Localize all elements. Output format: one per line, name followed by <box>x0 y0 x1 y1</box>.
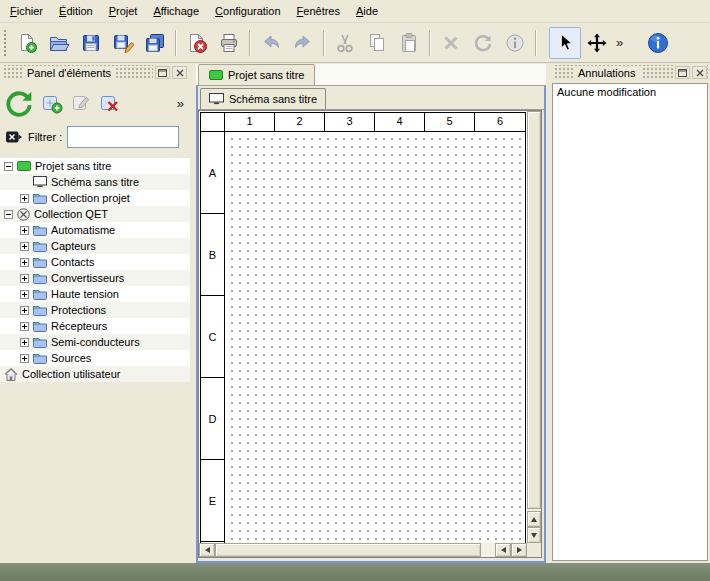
menu-bar: Fichier Édition Projet Affichage Configu… <box>0 0 710 23</box>
scroll-right-button[interactable] <box>511 543 527 557</box>
menu-fichier[interactable]: Fichier <box>2 2 51 20</box>
tree-item-label: Collection projet <box>51 192 130 204</box>
hscroll-thumb[interactable] <box>215 543 481 557</box>
filter-input[interactable] <box>67 126 179 148</box>
menu-fenetres[interactable]: Fenêtres <box>289 2 348 20</box>
new-element-icon <box>41 92 63 114</box>
undo-panel-titlebar[interactable]: Annulations <box>553 65 708 80</box>
delete-element-icon <box>99 92 121 114</box>
tree-item-haute-tension[interactable]: Haute tension <box>0 286 190 302</box>
panel-overflow-chevron[interactable]: » <box>177 96 184 111</box>
tree-item-sources[interactable]: Sources <box>0 350 190 366</box>
toolbar-overflow-chevron[interactable]: » <box>613 35 626 50</box>
diagram-canvas[interactable]: 1 2 3 4 5 6 A B C <box>199 111 527 543</box>
toolbar-drag-handle[interactable] <box>3 29 8 57</box>
folder-icon <box>33 256 47 268</box>
print-button[interactable] <box>213 27 245 59</box>
expand-expander[interactable] <box>20 226 29 235</box>
tree-item-protections[interactable]: Protections <box>0 302 190 318</box>
elements-panel-titlebar[interactable]: Panel d'éléments <box>2 65 188 80</box>
new-document-button[interactable] <box>11 27 43 59</box>
delete-element-button[interactable] <box>99 92 121 114</box>
expand-expander[interactable] <box>20 306 29 315</box>
diagram-grid[interactable] <box>225 132 525 543</box>
collapse-expander[interactable] <box>4 210 13 219</box>
undo-panel-title: Annulations <box>573 67 641 79</box>
redo-button[interactable] <box>287 27 319 59</box>
scroll-left-button[interactable] <box>199 543 215 557</box>
expand-expander[interactable] <box>20 354 29 363</box>
tree-item-semi-conducteurs[interactable]: Semi-conducteurs <box>0 334 190 350</box>
tree-item-contacts[interactable]: Contacts <box>0 254 190 270</box>
cut-icon <box>334 32 356 54</box>
vscroll-thumb[interactable] <box>527 111 541 509</box>
toolbar-separator <box>535 30 537 56</box>
folder-icon <box>33 224 47 236</box>
menu-configuration[interactable]: Configuration <box>207 2 288 20</box>
collapse-expander[interactable] <box>4 162 13 171</box>
edit-element-button[interactable] <box>70 92 92 114</box>
tree-item-collection-projet[interactable]: Collection projet <box>0 190 190 206</box>
cut-button[interactable] <box>329 27 361 59</box>
delete-button[interactable] <box>435 27 467 59</box>
diagram-row-header: A <box>201 132 224 214</box>
about-button[interactable] <box>642 27 674 59</box>
tree-item-collection-qet[interactable]: Collection QET <box>0 206 190 222</box>
tab-project-label: Projet sans titre <box>228 69 304 81</box>
undo-button[interactable] <box>255 27 287 59</box>
save-button[interactable] <box>75 27 107 59</box>
scroll-down-button[interactable] <box>527 527 541 543</box>
tree-item-label: Schéma sans titre <box>51 176 139 188</box>
save-all-button[interactable] <box>139 27 171 59</box>
pan-mode-button[interactable] <box>581 27 613 59</box>
float-icon <box>678 69 687 77</box>
tree-item-project[interactable]: Projet sans titre <box>0 158 190 174</box>
open-project-button[interactable] <box>43 27 75 59</box>
reload-collections-button[interactable] <box>4 88 34 118</box>
menu-projet[interactable]: Projet <box>101 2 146 20</box>
tree-item-diagram[interactable]: Schéma sans titre <box>0 174 190 190</box>
conductor-info-icon <box>504 32 526 54</box>
expand-expander[interactable] <box>20 290 29 299</box>
select-mode-icon <box>554 32 576 54</box>
tab-project[interactable]: Projet sans titre <box>198 64 315 85</box>
undo-history-list[interactable]: Aucune modification <box>552 83 708 561</box>
diagram-column-header: 1 <box>225 113 275 131</box>
close-document-icon <box>186 32 208 54</box>
expand-expander[interactable] <box>20 338 29 347</box>
expand-expander[interactable] <box>20 242 29 251</box>
tab-diagram[interactable]: Schéma sans titre <box>200 88 326 109</box>
tree-item-label: Collection QET <box>34 208 108 220</box>
paste-button[interactable] <box>393 27 425 59</box>
horizontal-scrollbar[interactable] <box>199 543 527 557</box>
dock-float-button[interactable] <box>675 66 690 79</box>
scroll-left-button-2[interactable] <box>495 543 511 557</box>
tree-item-automatisme[interactable]: Automatisme <box>0 222 190 238</box>
expand-expander[interactable] <box>20 258 29 267</box>
clear-filter-button[interactable] <box>5 128 23 146</box>
expand-expander[interactable] <box>20 194 29 203</box>
scroll-up-button[interactable] <box>527 511 541 527</box>
menu-affichage[interactable]: Affichage <box>145 2 207 20</box>
menu-aide[interactable]: Aide <box>348 2 386 20</box>
close-document-button[interactable] <box>181 27 213 59</box>
rotate-button[interactable] <box>467 27 499 59</box>
conductor-info-button[interactable] <box>499 27 531 59</box>
tree-item-label: Automatisme <box>51 224 115 236</box>
tree-item-recepteurs[interactable]: Récepteurs <box>0 318 190 334</box>
tree-item-capteurs[interactable]: Capteurs <box>0 238 190 254</box>
tree-item-collection-utilisateur[interactable]: Collection utilisateur <box>0 366 190 382</box>
dock-float-button[interactable] <box>155 66 170 79</box>
copy-button[interactable] <box>361 27 393 59</box>
dock-close-button[interactable] <box>692 66 707 79</box>
dock-close-button[interactable] <box>172 66 187 79</box>
tree-item-convertisseurs[interactable]: Convertisseurs <box>0 270 190 286</box>
select-mode-button[interactable] <box>549 27 581 59</box>
expand-expander[interactable] <box>20 274 29 283</box>
undo-history-item[interactable]: Aucune modification <box>553 84 707 100</box>
new-element-button[interactable] <box>41 92 63 114</box>
expand-expander[interactable] <box>20 322 29 331</box>
save-as-button[interactable] <box>107 27 139 59</box>
menu-edition[interactable]: Édition <box>51 2 101 20</box>
vertical-scrollbar[interactable] <box>527 111 541 543</box>
